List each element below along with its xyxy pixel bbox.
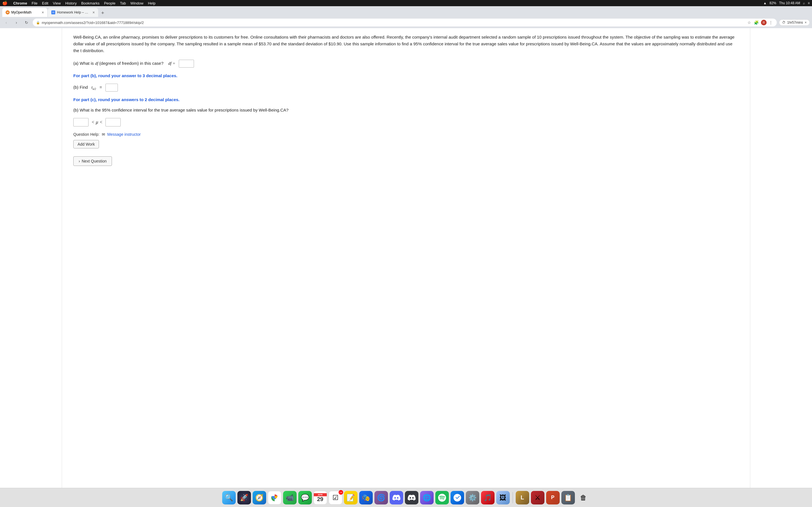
ci-less-than: < μ < (91, 119, 103, 125)
next-chevron-icon: › (79, 159, 80, 163)
new-tab-button[interactable]: + (99, 9, 107, 17)
address-bar[interactable]: 🔒 myopenmath.com/assess2/?cid=101687&aid… (33, 18, 406, 26)
tab-label-mom: MyOpenMath (11, 10, 32, 14)
menu-people[interactable]: People (104, 1, 115, 5)
tabbar: M MyOpenMath × H Homework Help – Q&A fro… (0, 6, 406, 17)
next-question-button[interactable]: › Next Question (73, 156, 112, 166)
tab-label-hw: Homework Help – Q&A from C... (57, 10, 91, 14)
add-work-container: Add Work (73, 139, 406, 149)
main-content: Well-Being.CA, an online pharmacy, promi… (62, 28, 406, 253)
question-preamble: Well-Being.CA, an online pharmacy, promi… (73, 34, 406, 54)
tab-close-hw[interactable]: × (93, 10, 95, 15)
part-a-var: df (95, 61, 99, 66)
question-help-label: Question Help: (73, 132, 100, 136)
add-work-button[interactable]: Add Work (73, 140, 99, 149)
addressbar: ‹ › ↻ 🔒 myopenmath.com/assess2/?cid=1016… (0, 17, 406, 28)
df-eq: df = (168, 61, 175, 66)
tab-homework[interactable]: H Homework Help – Q&A from C... × (48, 8, 98, 17)
part-c-text: (b) What is the 95% confidence interval … (73, 108, 406, 112)
reload-button[interactable]: ↻ (22, 18, 31, 26)
url-text: myopenmath.com/assess2/?cid=101687&aid=7… (42, 20, 406, 25)
menu-history[interactable]: History (65, 1, 77, 5)
menu-tab[interactable]: Tab (120, 1, 126, 5)
sidebar-left (0, 28, 62, 253)
part-b-section: (b) Find tα∕2 = (73, 83, 406, 92)
message-instructor-link[interactable]: Message instructor (107, 132, 141, 136)
menu-edit[interactable]: Edit (42, 1, 48, 5)
t-alpha-input[interactable] (105, 83, 118, 92)
menu-view[interactable]: View (53, 1, 61, 5)
envelope-icon: ✉ (102, 132, 105, 136)
t-alpha-symbol: tα (91, 85, 94, 90)
next-question-label: Next Question (82, 159, 107, 163)
part-c-section: (b) What is the 95% confidence interval … (73, 108, 406, 112)
part-a-section: (a) What is df (degrees of freedom) in t… (73, 60, 406, 68)
lock-icon: 🔒 (36, 21, 40, 24)
content-area: Well-Being.CA, an online pharmacy, promi… (0, 28, 406, 253)
question-help: Question Help: ✉ Message instructor (73, 132, 406, 136)
back-button[interactable]: ‹ (2, 18, 10, 26)
menu-window[interactable]: Window (130, 1, 143, 5)
tab-favicon-hw: H (51, 10, 55, 14)
forward-button[interactable]: › (12, 18, 20, 26)
part-b-text: (b) Find tα∕2 = (73, 83, 406, 92)
menu-bookmarks[interactable]: Bookmarks (81, 1, 100, 5)
next-question-container: › Next Question (73, 153, 406, 166)
confidence-interval: < μ < (73, 118, 406, 126)
menu-chrome[interactable]: Chrome (13, 1, 27, 5)
tab-close-mom[interactable]: × (42, 10, 44, 15)
part-b-hint: For part (b), round your answer to 3 dec… (73, 73, 406, 78)
menu-help[interactable]: Help (148, 1, 156, 5)
part-c-hint: For part (c), round your answers to 2 de… (73, 97, 406, 102)
menu-file[interactable]: File (32, 1, 38, 5)
df-input[interactable] (179, 60, 194, 68)
menubar: 🍎 Chrome File Edit View History Bookmark… (0, 0, 406, 6)
tab-favicon-mom: M (6, 10, 10, 14)
ci-lower-input[interactable] (73, 118, 89, 126)
part-a-text: (a) What is df (degrees of freedom) in t… (73, 60, 406, 68)
tab-myopenmath[interactable]: M MyOpenMath × (2, 8, 47, 17)
apple-menu[interactable]: 🍎 (2, 1, 8, 6)
ci-upper-input[interactable] (105, 118, 121, 126)
